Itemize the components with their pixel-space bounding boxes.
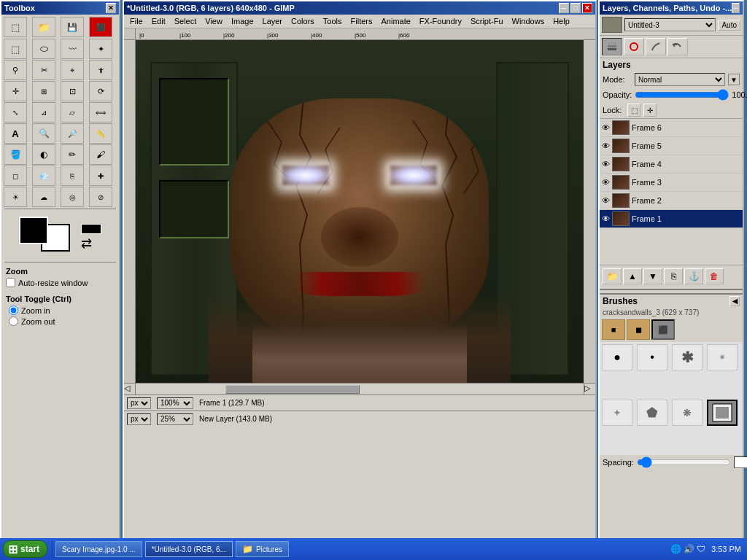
align-tool[interactable]: ⊞ xyxy=(32,81,55,101)
flip-tool[interactable]: ⟺ xyxy=(89,102,112,122)
brush-item-7[interactable]: ❋ xyxy=(672,400,703,426)
brush-tab-3[interactable]: ⬛ xyxy=(651,319,675,340)
horizontal-scrollbar[interactable] xyxy=(136,384,584,394)
blend-tool[interactable]: ◐ xyxy=(32,144,55,165)
menu-animate[interactable]: Animate xyxy=(376,15,414,27)
fuzzy-select-tool[interactable]: ✦ xyxy=(89,39,112,59)
move-layer-up-button[interactable]: ▲ xyxy=(623,268,642,284)
desaturate-tool[interactable]: ⊘ xyxy=(89,187,112,207)
new-tool-button[interactable]: ⬚ xyxy=(4,17,27,37)
measure-tool[interactable]: 📏 xyxy=(89,123,112,144)
rotate-tool[interactable]: ⟳ xyxy=(89,81,112,101)
scale-tool[interactable]: ⤡ xyxy=(4,102,27,122)
paths-tool[interactable]: ⌖ xyxy=(61,60,84,80)
image-select[interactable]: Untitled-3 xyxy=(624,18,716,31)
layer-visibility-frame1[interactable]: 👁 xyxy=(602,214,610,223)
foreground-color-swatch[interactable] xyxy=(19,217,48,244)
menu-image[interactable]: Image xyxy=(227,15,258,27)
auto-resize-checkbox[interactable] xyxy=(6,278,15,287)
smudge-tool[interactable]: ☁ xyxy=(32,187,55,207)
unit-select-2[interactable]: px xyxy=(127,413,151,425)
eraser-tool[interactable]: ◻ xyxy=(4,166,27,186)
brush-item-4[interactable]: ⁕ xyxy=(707,344,738,370)
iscissors-tool[interactable]: 🗡 xyxy=(89,60,112,80)
lock-position-button[interactable]: ✛ xyxy=(643,104,657,117)
brush-item-2[interactable]: • xyxy=(637,344,667,370)
text-tool[interactable]: A xyxy=(4,123,27,144)
mode-select[interactable]: Normal Multiply Screen Overlay xyxy=(635,73,725,86)
clone-tool[interactable]: ⎘ xyxy=(61,166,84,186)
brush-item-3[interactable]: ✱ xyxy=(672,344,703,370)
brush-item-5[interactable]: ✦ xyxy=(602,400,632,426)
brush-tab-2[interactable]: ◼ xyxy=(627,319,650,340)
layer-row-frame5[interactable]: 👁 Frame 5 xyxy=(600,137,743,155)
brush-tab-1[interactable]: ■ xyxy=(602,319,625,340)
scissors-tool[interactable]: ✂ xyxy=(32,60,55,80)
maximize-button[interactable]: □ xyxy=(570,3,581,13)
delete-layer-button[interactable]: 🗑 xyxy=(705,268,724,284)
layer-visibility-frame5[interactable]: 👁 xyxy=(602,141,610,150)
menu-colors[interactable]: Colors xyxy=(287,15,319,27)
dodge-tool[interactable]: ☀ xyxy=(4,187,27,207)
brush-item-6[interactable]: ⬟ xyxy=(637,400,667,426)
toolbox-close-button[interactable]: ✕ xyxy=(106,3,116,13)
bucket-fill-tool[interactable]: 🪣 xyxy=(4,144,27,165)
save-tool-button[interactable]: 💾 xyxy=(61,17,84,37)
tab-undo[interactable] xyxy=(667,38,688,55)
heal-tool[interactable]: ✚ xyxy=(89,166,112,186)
taskbar-item-pictures[interactable]: 📁 Pictures xyxy=(236,541,289,557)
brush-item-selected[interactable] xyxy=(707,400,738,426)
menu-help[interactable]: Help xyxy=(549,15,574,27)
layer-visibility-frame3[interactable]: 👁 xyxy=(602,178,610,187)
menu-view[interactable]: View xyxy=(201,15,227,27)
move-tool[interactable]: ✛ xyxy=(4,81,27,101)
start-button[interactable]: ⊞ start xyxy=(3,540,47,558)
close-button[interactable]: ✕ xyxy=(582,3,592,13)
auto-button[interactable]: Auto xyxy=(718,20,740,31)
layer-row-frame1[interactable]: 👁 Frame 1 xyxy=(600,210,743,228)
spacing-slider[interactable] xyxy=(637,458,731,467)
tab-layers[interactable] xyxy=(602,38,622,55)
scroll-corner-btn[interactable]: ◁ xyxy=(124,384,136,394)
scroll-right-btn[interactable]: ▷ xyxy=(584,384,595,394)
anchor-layer-button[interactable]: ⚓ xyxy=(684,268,703,284)
convolve-tool[interactable]: ◎ xyxy=(61,187,84,207)
canvas[interactable] xyxy=(136,40,584,383)
menu-filters[interactable]: Filters xyxy=(347,15,377,27)
layers-panel-close[interactable]: ─ xyxy=(732,3,740,13)
menu-select[interactable]: Select xyxy=(170,15,201,27)
free-select-tool[interactable]: 〰 xyxy=(61,39,84,59)
paintbrush-tool[interactable]: 🖌 xyxy=(89,144,112,165)
menu-windows[interactable]: Windows xyxy=(508,15,549,27)
zoom-out-radio[interactable] xyxy=(9,316,18,326)
zoom-select-1[interactable]: 100% xyxy=(157,397,193,409)
move-layer-down-button[interactable]: ▼ xyxy=(643,268,662,284)
ellipse-select-tool[interactable]: ⬭ xyxy=(32,39,55,59)
layer-row-frame4[interactable]: 👁 Frame 4 xyxy=(600,155,743,174)
perspective-tool[interactable]: ⏥ xyxy=(61,102,84,122)
layer-row-frame2[interactable]: 👁 Frame 2 xyxy=(600,192,743,210)
layer-visibility-frame4[interactable]: 👁 xyxy=(602,160,610,168)
layer-row-frame3[interactable]: 👁 Frame 3 xyxy=(600,174,743,192)
spacing-input[interactable] xyxy=(734,456,747,468)
layer-row-frame6[interactable]: 👁 Frame 6 xyxy=(600,119,743,137)
new-layer-group-button[interactable]: 📁 xyxy=(603,268,622,284)
brush-item-1[interactable]: ● xyxy=(602,344,632,370)
minimize-button[interactable]: ─ xyxy=(559,3,569,13)
zoom-in-radio[interactable] xyxy=(9,306,18,315)
menu-layer[interactable]: Layer xyxy=(258,15,287,27)
airbrush-tool[interactable]: 💨 xyxy=(32,166,55,186)
tab-paths[interactable] xyxy=(646,38,666,55)
brushes-options-button[interactable]: ◀ xyxy=(729,296,740,306)
menu-edit[interactable]: Edit xyxy=(147,15,170,27)
taskbar-item-scary[interactable]: Scary Image.jpg-1.0 ... xyxy=(55,541,142,557)
zoom-select-2[interactable]: 25% xyxy=(157,413,193,425)
taskbar-item-untitled[interactable]: *Untitled-3.0 (RGB, 6... xyxy=(145,541,233,557)
menu-fxfoundry[interactable]: FX-Foundry xyxy=(415,15,466,27)
lock-pixels-button[interactable]: ⬚ xyxy=(627,104,640,117)
unit-select-1[interactable]: px xyxy=(127,397,151,409)
zoom-tool[interactable]: 🔎 xyxy=(61,123,84,144)
crop-tool[interactable]: ⊡ xyxy=(61,81,84,101)
pencil-tool[interactable]: ✏ xyxy=(61,144,84,165)
layer-visibility-frame6[interactable]: 👁 xyxy=(602,123,610,132)
